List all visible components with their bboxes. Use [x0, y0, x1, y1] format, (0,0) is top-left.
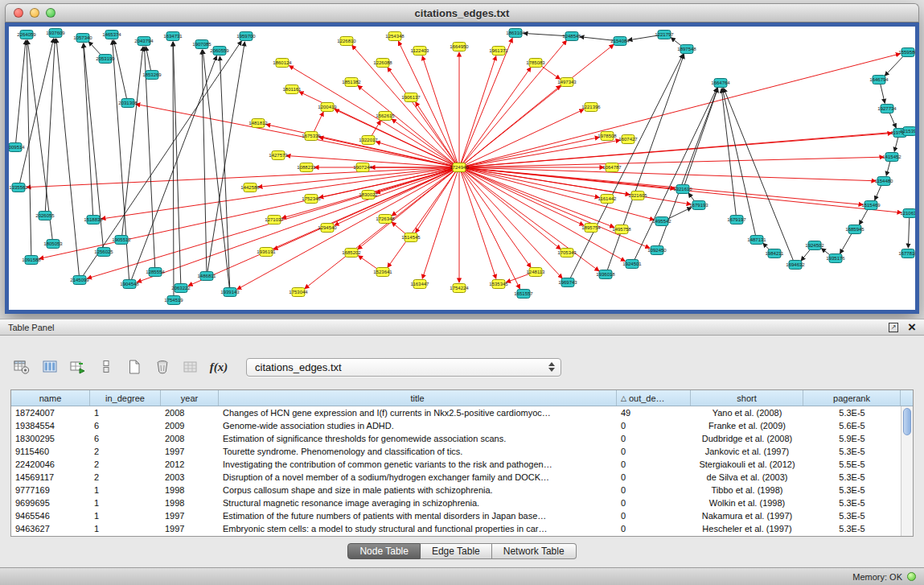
- graph-edge[interactable]: [463, 109, 583, 166]
- function-builder-icon[interactable]: f(x): [210, 358, 228, 376]
- column-header-pagerank[interactable]: pagerank: [803, 390, 901, 406]
- table-row[interactable]: 1830029562008Estimation of significance …: [11, 432, 913, 445]
- graph-edge[interactable]: [722, 89, 755, 236]
- graph-edge[interactable]: [634, 88, 717, 260]
- graph-edge[interactable]: [422, 171, 458, 279]
- graph-edge[interactable]: [908, 217, 909, 248]
- graph-edge[interactable]: [570, 54, 684, 278]
- graph-edge[interactable]: [889, 112, 896, 127]
- table-row[interactable]: 1872400712008Changes of HCN gene express…: [11, 406, 913, 419]
- graph-edge[interactable]: [464, 168, 599, 198]
- table-row[interactable]: 1456911722003Disruption of a novel membe…: [11, 471, 913, 484]
- graph-edge[interactable]: [721, 89, 736, 216]
- graph-edge[interactable]: [220, 56, 229, 288]
- row-options-icon[interactable]: [97, 358, 115, 376]
- column-header-short[interactable]: short: [691, 390, 803, 406]
- graph-edge[interactable]: [131, 56, 216, 281]
- graph-edge[interactable]: [27, 40, 31, 256]
- table-selector-dropdown[interactable]: citations_edges.txt: [246, 358, 561, 377]
- graph-edge[interactable]: [464, 137, 599, 167]
- column-header-name[interactable]: name: [11, 390, 90, 406]
- table-row[interactable]: 969969511998Structural magnetic resonanc…: [11, 496, 913, 509]
- graph-edge[interactable]: [392, 119, 455, 165]
- graph-edge[interactable]: [464, 169, 650, 248]
- graph-edge[interactable]: [27, 40, 52, 240]
- graph-edge[interactable]: [422, 56, 458, 164]
- graph-edge[interactable]: [463, 170, 561, 249]
- graph-edge[interactable]: [875, 184, 881, 200]
- graph-edge[interactable]: [507, 274, 532, 282]
- graph-edge[interactable]: [19, 39, 53, 183]
- graph-edge[interactable]: [122, 47, 143, 236]
- graph-edge[interactable]: [886, 161, 890, 176]
- graph-edge[interactable]: [463, 170, 599, 271]
- graph-edge[interactable]: [540, 65, 560, 80]
- graph-node-label: 1679193: [689, 203, 708, 208]
- column-header-year[interactable]: year: [161, 390, 219, 406]
- graph-edge[interactable]: [464, 140, 620, 167]
- column-header-out-de[interactable]: △out_de…: [617, 390, 691, 406]
- table-row[interactable]: 911546021997Tourette syndrome. Phenomeno…: [11, 445, 913, 458]
- table-vertical-scrollbar[interactable]: [901, 406, 913, 536]
- graph-edge[interactable]: [146, 47, 150, 71]
- network-canvas[interactable]: 1724940106478711614421895754170534312481…: [9, 27, 915, 310]
- status-bar: Memory: OK: [0, 567, 924, 585]
- graph-edge[interactable]: [894, 137, 898, 152]
- graph-edge[interactable]: [860, 208, 869, 225]
- delete-table-icon[interactable]: [154, 358, 171, 376]
- graph-edge[interactable]: [207, 42, 244, 272]
- graph-edge[interactable]: [464, 169, 614, 228]
- tab-network-table[interactable]: Network Table: [492, 543, 577, 559]
- graph-edge[interactable]: [462, 171, 520, 288]
- float-panel-icon[interactable]: ↗: [889, 323, 898, 332]
- zoom-window-button[interactable]: [46, 8, 55, 18]
- new-table-icon[interactable]: [125, 358, 143, 376]
- graph-edge[interactable]: [16, 40, 26, 143]
- graph-edge[interactable]: [359, 256, 379, 270]
- table-options-icon[interactable]: [13, 358, 31, 376]
- graph-edge[interactable]: [137, 169, 454, 282]
- close-window-button[interactable]: [14, 8, 23, 18]
- graph-edge[interactable]: [416, 102, 457, 164]
- graph-edge[interactable]: [371, 121, 380, 137]
- graph-edge[interactable]: [39, 168, 454, 258]
- graph-edge[interactable]: [388, 68, 457, 164]
- network-window-titlebar[interactable]: citations_edges.txt: [5, 3, 919, 23]
- graph-edge[interactable]: [173, 42, 180, 284]
- scrollbar-thumb[interactable]: [903, 408, 911, 435]
- graph-edge[interactable]: [840, 233, 852, 253]
- table-row[interactable]: 977716911998Corpus callosum shape and si…: [11, 484, 913, 496]
- import-table-icon[interactable]: [69, 358, 87, 376]
- graph-edge[interactable]: [314, 112, 323, 133]
- graph-edge[interactable]: [463, 169, 625, 261]
- show-columns-icon[interactable]: [41, 358, 59, 376]
- graph-edge[interactable]: [885, 55, 904, 76]
- tab-edge-table[interactable]: Edge Table: [421, 543, 492, 559]
- graph-edge[interactable]: [136, 104, 454, 167]
- minimize-window-button[interactable]: [30, 8, 39, 18]
- graph-edge[interactable]: [352, 45, 456, 164]
- graph-edge[interactable]: [461, 38, 512, 163]
- graph-edge[interactable]: [667, 208, 692, 220]
- table-row[interactable]: 1938455462009Genome-wide association stu…: [11, 419, 913, 432]
- graph-edge[interactable]: [881, 84, 885, 103]
- close-panel-icon[interactable]: ×: [908, 323, 916, 332]
- graph-edge[interactable]: [88, 42, 101, 56]
- graph-edge[interactable]: [462, 68, 532, 164]
- tab-node-table[interactable]: Node Table: [347, 543, 421, 559]
- graph-edge[interactable]: [392, 222, 407, 235]
- graph-edge[interactable]: [203, 50, 229, 288]
- graph-edge[interactable]: [462, 40, 567, 164]
- graph-edge[interactable]: [237, 169, 455, 289]
- table-row[interactable]: 946362711997Embryonic stem cells: a mode…: [11, 522, 913, 535]
- table-row[interactable]: 946554611997Estimation of the future num…: [11, 509, 913, 522]
- column-header-in-degree[interactable]: in_degree: [90, 390, 161, 406]
- graph-edge[interactable]: [82, 41, 241, 277]
- table-cell: 2008: [161, 408, 219, 418]
- graph-edge[interactable]: [684, 89, 718, 186]
- graph-edge[interactable]: [524, 33, 567, 35]
- table-row[interactable]: 2242004622012Investigating the contribut…: [11, 458, 913, 471]
- graph-edge[interactable]: [461, 56, 496, 164]
- graph-edge[interactable]: [462, 171, 532, 267]
- column-header-title[interactable]: title: [219, 390, 617, 406]
